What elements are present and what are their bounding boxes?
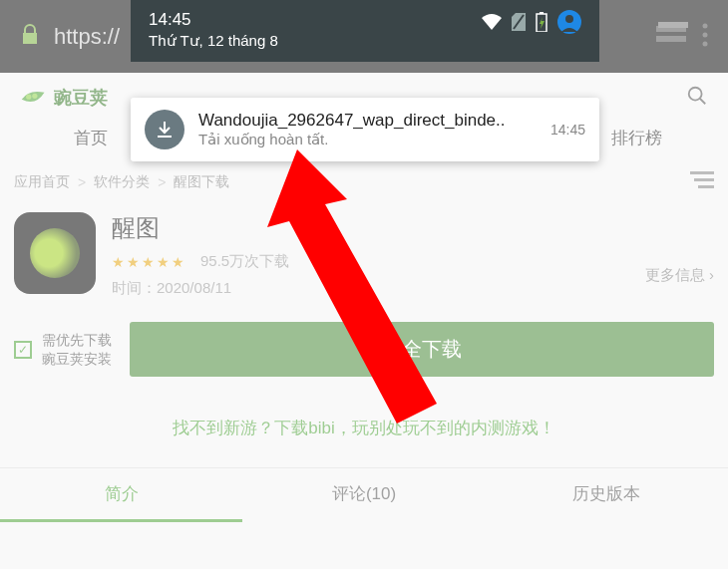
svg-point-6 [26,95,31,100]
svg-rect-2 [658,22,688,28]
safe-download-button[interactable]: 安全下载 [130,322,714,377]
svg-point-8 [689,88,702,101]
crumb-home[interactable]: 应用首页 [14,173,70,191]
crumb-current: 醒图下载 [174,173,229,191]
crumb-sep: > [78,174,86,190]
notification-subtitle: Tải xuống hoàn tất. [198,131,537,148]
svg-rect-11 [694,178,714,181]
tab-intro[interactable]: 简介 [0,468,242,522]
battery-charging-icon [536,12,547,36]
pea-pod-icon [20,87,48,109]
svg-line-9 [700,99,706,105]
priority-checkbox[interactable]: ✓ [14,341,32,359]
search-icon[interactable] [686,85,708,111]
app-icon [14,212,96,294]
svg-point-5 [703,41,708,46]
logo-text: 豌豆荚 [54,86,108,110]
kebab-menu-icon[interactable] [700,22,710,52]
wandoujia-logo[interactable]: 豌豆荚 [20,86,108,110]
download-count: 95.5万次下载 [200,252,289,271]
app-date: 时间：2020/08/11 [112,279,289,298]
breadcrumb-menu-icon[interactable] [690,171,714,192]
notification-header: 14:45 Thứ Tư, 12 tháng 8 [131,0,599,62]
app-info: 醒图 ★★★★★ 95.5万次下载 时间：2020/08/11 更多信息 › [0,204,728,306]
svg-rect-1 [656,36,686,42]
status-time: 14:45 [149,10,278,30]
sim-icon [512,13,526,35]
svg-rect-12 [698,185,714,188]
detail-tabs: 简介 评论(10) 历史版本 [0,467,728,524]
svg-rect-10 [690,171,714,174]
svg-point-3 [703,23,708,28]
status-date: Thứ Tư, 12 tháng 8 [149,32,278,50]
svg-point-4 [703,32,708,37]
crumb-sep: > [158,174,166,190]
tab-reviews[interactable]: 评论(10) [242,468,485,522]
rating-stars: ★★★★★ [112,254,186,270]
wifi-icon [482,14,502,34]
svg-point-7 [32,94,37,99]
notification-time: 14:45 [550,122,585,138]
priority-text: 需优先下载 豌豆荚安装 [42,331,112,367]
svg-point-17 [565,15,573,23]
crumb-category[interactable]: 软件分类 [94,173,150,191]
download-complete-icon [145,110,184,149]
promo-text[interactable]: 找不到新游？下载bibi，玩别处玩不到的内测游戏！ [0,395,728,467]
tab-versions[interactable]: 历史版本 [486,468,728,522]
app-title: 醒图 [112,212,289,244]
notification-panel: 14:45 Thứ Tư, 12 tháng 8 Wandoujia_29626… [131,0,599,161]
tabs-icon[interactable] [656,22,688,52]
more-info-link[interactable]: 更多信息 › [645,266,714,285]
profile-icon[interactable] [557,10,581,38]
download-notification[interactable]: Wandoujia_2962647_wap_direct_binde.. Tải… [131,98,599,161]
breadcrumb: 应用首页 > 软件分类 > 醒图下载 [0,159,728,204]
lock-icon [18,23,42,51]
download-row: ✓ 需优先下载 豌豆荚安装 安全下载 [0,306,728,395]
notification-title: Wandoujia_2962647_wap_direct_binde.. [198,111,537,131]
